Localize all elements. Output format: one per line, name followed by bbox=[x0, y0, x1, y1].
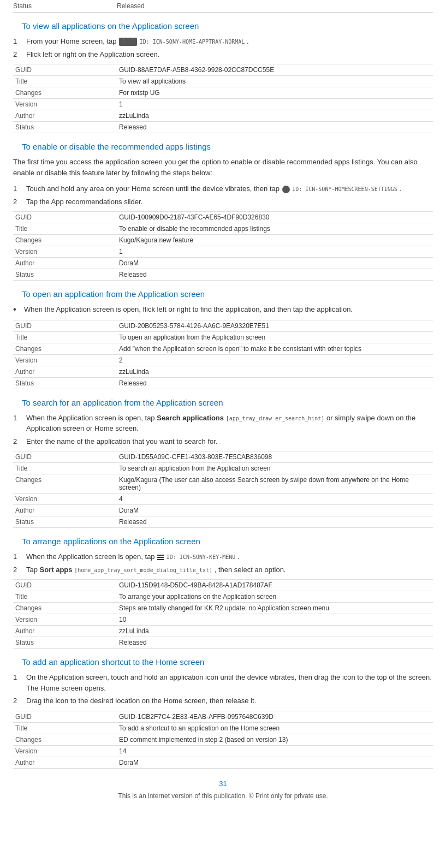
meta-label: Title bbox=[13, 76, 117, 87]
table-row: TitleTo search an application from the A… bbox=[13, 463, 433, 474]
step-content: On the Application screen, touch and hol… bbox=[26, 672, 433, 693]
meta-label: Status bbox=[13, 269, 117, 281]
metadata-table-arrange-apps: GUIDGUID-115D9148-D5DC-49BA-8428-A1AD178… bbox=[13, 579, 433, 649]
menu-icon bbox=[157, 555, 164, 560]
meta-label: GUID bbox=[13, 711, 117, 722]
step-number: 1 bbox=[13, 413, 26, 434]
meta-label: Changes bbox=[13, 734, 117, 745]
step-content: Tap the App recommendations slider. bbox=[26, 197, 433, 207]
meta-value: GUID-100909D0-2187-43FC-AE65-4DF90D32683… bbox=[117, 212, 433, 223]
meta-label: GUID bbox=[13, 212, 117, 223]
section-search-app-steps: 1 When the Application screen is open, t… bbox=[13, 413, 433, 447]
table-row: GUIDGUID-1D55A09C-CFE1-4303-803E-7E5CAB8… bbox=[13, 451, 433, 463]
meta-label: Title bbox=[13, 463, 117, 474]
meta-label: Version bbox=[13, 614, 117, 626]
meta-label: Title bbox=[13, 722, 117, 734]
meta-label: GUID bbox=[13, 64, 117, 76]
step-bold: Sort apps bbox=[40, 566, 73, 574]
section-open-app-title: To open an application from the Applicat… bbox=[22, 289, 433, 299]
meta-value: Kugo/Kagura new feature bbox=[117, 235, 433, 246]
meta-value: DoraM bbox=[117, 505, 433, 516]
step-content: Touch and hold any area on your Home scr… bbox=[26, 183, 433, 194]
meta-label: Author bbox=[13, 366, 117, 377]
step-text-after: . bbox=[237, 552, 240, 561]
meta-value: zzLuLinda bbox=[117, 110, 433, 122]
metadata-table-enable-disable: GUIDGUID-100909D0-2187-43FC-AE65-4DF90D3… bbox=[13, 211, 433, 281]
meta-value: Released bbox=[117, 637, 433, 649]
footer-text: This is an internet version of this publ… bbox=[13, 792, 433, 800]
top-status-value: Released bbox=[117, 2, 433, 10]
meta-value: Released bbox=[117, 377, 433, 389]
meta-label: Title bbox=[13, 591, 117, 603]
step-item: 1 When the Application screen is open, t… bbox=[13, 551, 433, 562]
meta-label: Author bbox=[13, 110, 117, 122]
meta-value: GUID-115D9148-D5DC-49BA-8428-A1AD178487A… bbox=[117, 580, 433, 591]
step-item: 1 When the Application screen is open, t… bbox=[13, 413, 433, 434]
meta-value: To view all applications bbox=[117, 76, 433, 87]
table-row: ChangesED comment implemented in step 2 … bbox=[13, 734, 433, 745]
metadata-table-open-app: GUIDGUID-20B05253-5784-4126-AA6C-9EA9320… bbox=[13, 320, 433, 389]
metadata-table-search-app: GUIDGUID-1D55A09C-CFE1-4303-803E-7E5CAB8… bbox=[13, 451, 433, 528]
meta-value: Released bbox=[117, 122, 433, 133]
meta-label: Changes bbox=[13, 343, 117, 354]
meta-label: Version bbox=[13, 354, 117, 366]
step-content: Enter the name of the application that y… bbox=[26, 436, 433, 447]
table-row: StatusReleased bbox=[13, 269, 433, 281]
table-row: StatusReleased bbox=[13, 516, 433, 528]
table-row: AuthorzzLuLinda bbox=[13, 110, 433, 122]
table-row: Version2 bbox=[13, 354, 433, 366]
section-view-all-title: To view all applications on the Applicat… bbox=[22, 21, 433, 31]
step-number: 1 bbox=[13, 672, 26, 693]
meta-value: To open an application from the Applicat… bbox=[117, 331, 433, 343]
meta-value: 2 bbox=[117, 354, 433, 366]
table-row: ChangesFor nxtstp UG bbox=[13, 87, 433, 99]
meta-label: Changes bbox=[13, 87, 117, 99]
step-item: 2 Flick left or right on the Application… bbox=[13, 49, 433, 60]
meta-label: Changes bbox=[13, 235, 117, 246]
table-row: TitleTo add a shortcut to an application… bbox=[13, 722, 433, 734]
step-text: When the Application screen is open, tap bbox=[26, 414, 157, 422]
meta-value: 10 bbox=[117, 614, 433, 626]
step-content: When the Application screen is open, tap… bbox=[26, 413, 433, 434]
step-number: 1 bbox=[13, 36, 26, 47]
meta-value: 4 bbox=[117, 494, 433, 505]
table-row: ChangesSteps are totally changed for KK … bbox=[13, 603, 433, 614]
meta-label: Changes bbox=[13, 603, 117, 614]
step-text: Touch and hold any area on your Home scr… bbox=[26, 185, 282, 193]
meta-value: GUID-20B05253-5784-4126-AA6C-9EA9320E7E5… bbox=[117, 320, 433, 331]
meta-label: Status bbox=[13, 637, 117, 649]
meta-value: GUID-1CB2F7C4-2E83-4EAB-AFFB-0957648C639… bbox=[117, 711, 433, 722]
meta-value: GUID-88AE7DAF-A5B8-4362-9928-02CC87DCC55… bbox=[117, 64, 433, 76]
step-number: 1 bbox=[13, 551, 26, 562]
meta-label: Author bbox=[13, 505, 117, 516]
metadata-table-view-all: GUIDGUID-88AE7DAF-A5B8-4362-9928-02CC87D… bbox=[13, 64, 433, 133]
step-item: 2 Tap Sort apps [home_app_tray_sort_mode… bbox=[13, 564, 433, 575]
meta-value: Released bbox=[117, 516, 433, 528]
table-row: Version1 bbox=[13, 246, 433, 258]
step-number: 2 bbox=[13, 197, 26, 207]
meta-value: zzLuLinda bbox=[117, 626, 433, 637]
table-row: GUIDGUID-20B05253-5784-4126-AA6C-9EA9320… bbox=[13, 320, 433, 331]
table-row: GUIDGUID-100909D0-2187-43FC-AE65-4DF90D3… bbox=[13, 212, 433, 223]
step-number: 2 bbox=[13, 564, 26, 575]
table-row: GUIDGUID-115D9148-D5DC-49BA-8428-A1AD178… bbox=[13, 580, 433, 591]
meta-label: Changes bbox=[13, 474, 117, 494]
table-row: AuthorDoraM bbox=[13, 757, 433, 768]
section-add-shortcut-title: To add an application shortcut to the Ho… bbox=[22, 657, 433, 667]
step-text-after: . bbox=[399, 185, 401, 193]
meta-value: ED comment implemented in step 2 (based … bbox=[117, 734, 433, 745]
step-text-after: . bbox=[247, 37, 249, 45]
meta-label: Version bbox=[13, 246, 117, 258]
table-row: TitleTo arrange your applications on the… bbox=[13, 591, 433, 603]
step-number: 1 bbox=[13, 183, 26, 194]
meta-value: Add "when the Application screen is open… bbox=[117, 343, 433, 354]
meta-label: Status bbox=[13, 516, 117, 528]
meta-label: GUID bbox=[13, 580, 117, 591]
section-enable-disable-steps: 1 Touch and hold any area on your Home s… bbox=[13, 183, 433, 207]
meta-label: Version bbox=[13, 494, 117, 505]
step-item: 1 On the Application screen, touch and h… bbox=[13, 672, 433, 693]
section-view-all: To view all applications on the Applicat… bbox=[13, 21, 433, 133]
settings-icon bbox=[282, 186, 290, 193]
meta-label: Author bbox=[13, 258, 117, 269]
step-tag: [app_tray_draw-er_search_hint] bbox=[226, 415, 325, 421]
